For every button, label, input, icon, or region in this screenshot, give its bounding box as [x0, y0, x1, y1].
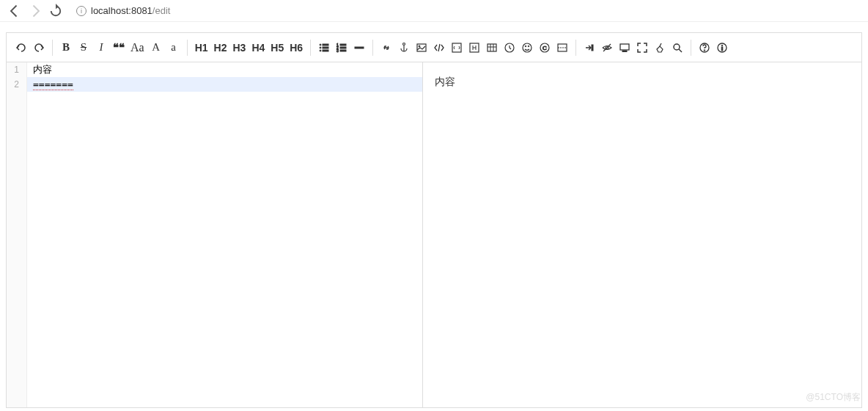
- svg-rect-18: [488, 44, 496, 51]
- fullscreen-button[interactable]: [633, 37, 651, 58]
- info-button[interactable]: [713, 37, 731, 58]
- svg-point-4: [320, 50, 321, 51]
- browser-toolbar: i localhost:8081/edit: [0, 0, 868, 22]
- svg-point-22: [528, 46, 529, 47]
- svg-rect-7: [340, 44, 346, 46]
- uppercase-button[interactable]: A: [147, 37, 165, 58]
- svg-rect-9: [340, 47, 346, 48]
- svg-rect-35: [721, 47, 723, 51]
- redo-button[interactable]: [30, 37, 48, 58]
- markdown-editor: B S I ❝❝ Aa A a H1 H2 H3 H4 H5 H6 123 C: [6, 32, 862, 408]
- watermark: @51CTO博客: [806, 391, 861, 404]
- special-char-button[interactable]: C: [536, 37, 553, 58]
- case-aa-button[interactable]: Aa: [128, 37, 147, 58]
- svg-point-15: [419, 46, 420, 47]
- h2-button[interactable]: H2: [211, 37, 230, 58]
- table-button[interactable]: [483, 37, 501, 58]
- code-line[interactable]: =======: [27, 77, 422, 92]
- svg-point-34: [721, 45, 723, 46]
- svg-rect-3: [323, 47, 328, 48]
- code-button[interactable]: [430, 37, 448, 58]
- anchor-button[interactable]: [395, 37, 413, 58]
- separator: [691, 40, 691, 56]
- url-text: localhost:8081/edit: [91, 5, 170, 16]
- undo-button[interactable]: [12, 37, 30, 58]
- code-area[interactable]: 内容 =======: [27, 62, 422, 407]
- h5-button[interactable]: H5: [268, 37, 287, 58]
- separator: [575, 40, 576, 56]
- line-number: 1: [7, 62, 26, 77]
- ol-button[interactable]: 123: [333, 37, 350, 58]
- svg-point-13: [403, 43, 405, 45]
- svg-text:C: C: [542, 45, 547, 51]
- svg-point-2: [320, 47, 321, 48]
- html-block-button[interactable]: [466, 37, 483, 58]
- quote-button[interactable]: ❝❝: [110, 37, 128, 58]
- svg-rect-14: [417, 44, 426, 51]
- svg-point-30: [674, 44, 680, 50]
- separator: [187, 40, 188, 56]
- preview-button[interactable]: [616, 37, 633, 58]
- line-number: 2: [7, 77, 26, 92]
- emoji-button[interactable]: [518, 37, 536, 58]
- reload-button[interactable]: [48, 4, 63, 18]
- svg-rect-29: [622, 51, 627, 52]
- goto-line-button[interactable]: [581, 37, 598, 58]
- strikethrough-button[interactable]: S: [75, 37, 92, 58]
- italic-button[interactable]: I: [92, 37, 110, 58]
- clear-button[interactable]: [651, 37, 669, 58]
- separator: [52, 40, 53, 56]
- separator: [372, 40, 373, 56]
- image-button[interactable]: [413, 37, 430, 58]
- bold-button[interactable]: B: [57, 37, 75, 58]
- svg-rect-1: [323, 44, 328, 46]
- h4-button[interactable]: H4: [249, 37, 268, 58]
- separator: [310, 40, 311, 56]
- h3-button[interactable]: H3: [229, 37, 249, 58]
- watch-button[interactable]: [598, 37, 616, 58]
- svg-text:3: 3: [336, 48, 339, 53]
- address-bar[interactable]: i localhost:8081/edit: [76, 5, 861, 16]
- svg-rect-12: [355, 47, 364, 48]
- h1-button[interactable]: H1: [192, 37, 211, 58]
- ul-button[interactable]: [315, 37, 333, 58]
- svg-point-21: [525, 46, 526, 47]
- svg-point-32: [704, 49, 705, 51]
- svg-rect-5: [323, 50, 328, 51]
- search-button[interactable]: [669, 37, 686, 58]
- preview-pane: 内容: [423, 62, 862, 407]
- code-line[interactable]: 内容: [27, 62, 422, 77]
- pagebreak-button[interactable]: [553, 37, 571, 58]
- line-gutter: 1 2: [7, 62, 27, 407]
- preview-content: 内容: [435, 76, 850, 89]
- back-button[interactable]: [7, 4, 22, 18]
- code-editor[interactable]: 1 2 内容 =======: [7, 62, 423, 407]
- forward-button[interactable]: [28, 4, 43, 18]
- h6-button[interactable]: H6: [287, 37, 306, 58]
- svg-point-0: [320, 44, 321, 46]
- link-button[interactable]: [378, 37, 395, 58]
- hr-button[interactable]: [350, 37, 368, 58]
- datetime-button[interactable]: [501, 37, 518, 58]
- svg-rect-26: [592, 45, 593, 51]
- help-button[interactable]: [696, 37, 713, 58]
- lowercase-button[interactable]: a: [165, 37, 183, 58]
- svg-rect-28: [620, 44, 629, 50]
- site-info-icon[interactable]: i: [76, 6, 87, 16]
- editor-toolbar: B S I ❝❝ Aa A a H1 H2 H3 H4 H5 H6 123 C: [7, 33, 861, 62]
- codeblock-button[interactable]: [448, 37, 466, 58]
- split-pane: 1 2 内容 ======= 内容: [7, 62, 861, 407]
- svg-rect-11: [340, 50, 346, 51]
- svg-point-20: [523, 43, 532, 52]
